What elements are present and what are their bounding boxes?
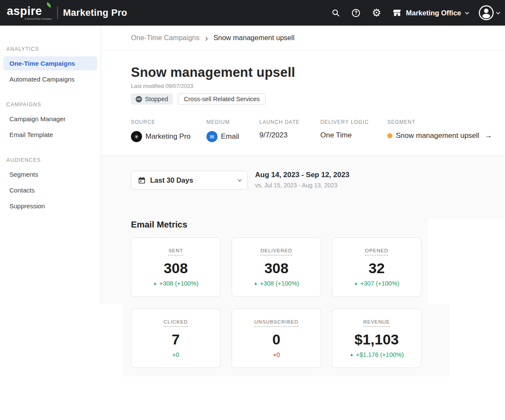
brand-divider xyxy=(57,6,58,19)
metric-value: 308 xyxy=(264,260,289,277)
metric-value: 0 xyxy=(273,331,281,348)
sidebar-section-audiences: AUDIENCES xyxy=(6,157,94,163)
metric-delta: ▲ +$1,176 (+100%) xyxy=(350,351,404,358)
office-label: Marketing Office xyxy=(406,9,461,17)
triangle-up-icon: ▲ xyxy=(153,281,157,286)
sidebar-item-automated-campaigns[interactable]: Automated Campaigns xyxy=(3,72,97,86)
metric-delta: +0 xyxy=(172,351,180,358)
sidebar-item-suppression[interactable]: Suppression xyxy=(3,199,97,213)
campaign-tag-badge: Cross-sell Related Services xyxy=(178,93,266,105)
sidebar-item-segments[interactable]: Segments xyxy=(3,167,97,181)
arrow-right-icon: → xyxy=(485,131,492,140)
metric-label: UNSUBSCRIBED xyxy=(254,319,298,327)
metric-label: CLICKED xyxy=(164,319,188,327)
delivery-logic-value: One Time xyxy=(320,131,352,140)
brand-subtitle: A ServiceTitan Company xyxy=(25,18,52,20)
breadcrumb: One-Time Campaigns › Snow management ups… xyxy=(102,26,505,50)
sidebar-item-one-time-campaigns[interactable]: One-Time Campaigns xyxy=(3,56,97,70)
meta-launch-date: LAUNCH DATE 9/7/2023 xyxy=(259,119,300,140)
metric-card-unsubscribed: UNSUBSCRIBED 0 +0 xyxy=(232,309,321,368)
segment-value: Snow management upsell xyxy=(396,131,479,140)
segment-dot-icon xyxy=(387,133,392,138)
meta-value: 9/7/2023 xyxy=(259,131,300,140)
gear-icon[interactable]: ⚙ xyxy=(371,8,382,18)
metric-delta-text: +308 (+100%) xyxy=(260,280,299,287)
metric-card-revenue: REVENUE $1,103 ▲ +$1,176 (+100%) xyxy=(332,309,421,368)
metric-value: 308 xyxy=(164,260,188,277)
meta-segment: SEGMENT Snow management upsell → xyxy=(387,119,492,140)
topbar-actions: ? ⚙ Marketing Office xyxy=(331,5,499,21)
sidebar-item-email-template[interactable]: Email Template xyxy=(3,128,97,142)
meta-label: SEGMENT xyxy=(387,119,492,125)
help-icon[interactable]: ? xyxy=(351,8,361,18)
sidebar-item-contacts[interactable]: Contacts xyxy=(3,183,97,197)
metric-delta-text: +0 xyxy=(273,351,280,358)
metric-label: DELIVERED xyxy=(261,248,292,256)
status-badge: Stopped xyxy=(131,93,173,105)
search-icon[interactable] xyxy=(331,8,341,18)
metric-label: OPENED xyxy=(365,248,389,256)
chevron-down-icon xyxy=(496,10,500,15)
metric-value: $1,103 xyxy=(354,331,399,348)
meta-delivery-logic: DELIVERY LOGIC One Time xyxy=(320,119,369,140)
launch-date-value: 9/7/2023 xyxy=(259,131,287,140)
medium-value: Email xyxy=(221,132,239,141)
metrics-heading: Email Metrics xyxy=(131,219,187,230)
meta-medium: MEDIUM ✉ Email xyxy=(206,119,239,142)
stopped-icon xyxy=(136,96,142,102)
brand-aspire: aspire A ServiceTitan Company xyxy=(7,6,52,20)
chevron-right-icon: › xyxy=(205,34,208,42)
date-compare-text: vs. Jul 15, 2023 - Aug 13, 2023 xyxy=(255,182,337,189)
meta-label: DELIVERY LOGIC xyxy=(320,119,369,125)
triangle-up-icon: ▲ xyxy=(350,353,354,357)
help-question-glyph: ? xyxy=(352,9,360,17)
product-name: Marketing Pro xyxy=(63,7,128,18)
office-selector[interactable]: Marketing Office xyxy=(392,8,468,18)
metric-card-delivered: DELIVERED 308 ▲ +308 (+100%) xyxy=(232,237,321,297)
triangle-up-icon: ▲ xyxy=(254,281,258,286)
metric-delta-text: +307 (+100%) xyxy=(360,280,400,287)
metric-delta: +0 xyxy=(273,351,280,358)
chevron-down-icon xyxy=(238,178,242,182)
status-label: Stopped xyxy=(145,96,168,102)
date-range-text: Aug 14, 2023 - Sep 12, 2023 xyxy=(255,171,349,179)
breadcrumb-current: Snow management upsell xyxy=(213,34,294,42)
section-divider xyxy=(102,156,505,156)
app-window: aspire A ServiceTitan Company Marketing … xyxy=(0,0,505,420)
user-menu[interactable] xyxy=(478,5,499,21)
storefront-icon xyxy=(392,8,402,18)
date-range-dropdown[interactable]: Last 30 Days xyxy=(131,171,248,190)
meta-label: LAUNCH DATE xyxy=(259,119,300,125)
date-range-selected: Last 30 Days xyxy=(150,176,233,184)
meta-value: One Time xyxy=(320,131,369,140)
segment-link[interactable]: Snow management upsell → xyxy=(387,131,492,140)
meta-label: SOURCE xyxy=(131,119,191,125)
gear-glyph: ⚙ xyxy=(372,8,381,18)
meta-value: ✳ Marketing Pro xyxy=(131,131,191,142)
metric-delta: ▲ +307 (+100%) xyxy=(354,280,400,287)
meta-source: SOURCE ✳ Marketing Pro xyxy=(131,119,191,142)
metric-card-clicked: CLICKED 7 +0 xyxy=(131,309,221,368)
breadcrumb-parent-link[interactable]: One-Time Campaigns xyxy=(131,34,200,42)
metric-value: 7 xyxy=(172,331,180,348)
avatar-icon xyxy=(478,5,494,21)
brand-logo: aspire A ServiceTitan Company Marketing … xyxy=(7,6,127,20)
metric-label: SENT xyxy=(168,248,183,256)
sidebar-item-campaign-manager[interactable]: Campaign Manager xyxy=(3,112,97,126)
meta-label: MEDIUM xyxy=(206,119,239,125)
topbar: aspire A ServiceTitan Company Marketing … xyxy=(0,0,505,26)
metric-delta-text: +0 xyxy=(172,351,180,358)
sidebar: ANALYTICS One-Time Campaigns Automated C… xyxy=(0,26,101,304)
metric-delta: ▲ +308 (+100%) xyxy=(254,280,299,287)
metric-card-opened: OPENED 32 ▲ +307 (+100%) xyxy=(332,237,421,297)
brand-aspire-text: aspire xyxy=(7,6,52,17)
chevron-down-icon xyxy=(465,10,469,15)
calendar-icon xyxy=(138,177,145,184)
metric-card-sent: SENT 308 ▲ +308 (+100%) xyxy=(131,237,221,297)
triangle-up-icon: ▲ xyxy=(354,281,358,286)
sidebar-section-campaigns: CAMPAIGNS xyxy=(6,102,94,108)
source-value: Marketing Pro xyxy=(145,132,191,141)
metric-value: 32 xyxy=(369,260,385,277)
metric-delta-text: +308 (+100%) xyxy=(160,280,199,287)
marketing-pro-icon: ✳ xyxy=(131,131,142,142)
